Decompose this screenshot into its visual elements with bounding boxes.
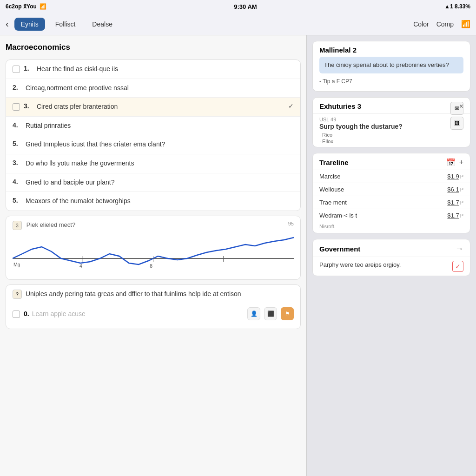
tab-dealse[interactable]: Dealse	[86, 18, 119, 31]
card2-title: Exhuturies 3	[319, 102, 361, 110]
list-item[interactable]: 4. Rutial prinraties	[6, 117, 300, 136]
exh-item-sub2: · Ellox	[319, 139, 463, 144]
line-chart-svg: Mg 4 8	[13, 233, 294, 270]
card1-blue-box: The ćinioy sperial about to prebonines v…	[319, 57, 463, 73]
chevron-icon: ✓	[284, 102, 294, 110]
gov-item-text: Parphy were teo areips orgioy.	[319, 261, 449, 269]
status-time: 9:30 AM	[234, 3, 257, 10]
item-checkbox[interactable]	[13, 103, 20, 111]
list-item[interactable]: 3. Do who lls yotu make the goverments	[6, 154, 300, 173]
svg-text:8: 8	[150, 264, 152, 269]
item-text: Gned to and baciple our plant?	[26, 178, 294, 187]
timeline-unit-3: P	[460, 200, 463, 205]
card1-tip: - Tip a F CP7	[319, 76, 463, 86]
bottom-item-text: Uniples andy pering tata greas and dffie…	[26, 290, 294, 299]
svg-text:4: 4	[79, 264, 82, 269]
timeline-value-3: $1.7	[447, 199, 459, 206]
item-text: Rutial prinraties	[26, 121, 294, 131]
item-text: Cireag,nortment eme prootive nssal	[26, 84, 294, 93]
card-government: Government → Parphy were teo areips orgi…	[312, 239, 470, 276]
gov-arrow-button[interactable]: →	[455, 244, 463, 254]
timeline-unit-2: P	[460, 187, 463, 192]
timeline-icons: 📅 +	[446, 158, 463, 167]
list-item[interactable]: 5. Meaxors of the numalot betworghips	[6, 192, 300, 211]
learn-row: 0. Learn apple acuse 👤 ⬛ ⚑	[13, 304, 294, 324]
card-mallinelal: Mallinelal 2 The ćinioy sperial about to…	[312, 41, 470, 92]
list-item-highlighted[interactable]: 3. Cired crats pfer branteration ✓	[6, 98, 300, 117]
action-bookmark-button[interactable]: ⬛	[264, 307, 277, 320]
timeline-unit-1: P	[460, 174, 463, 179]
item-text: Meaxors of the numalot betworghips	[26, 197, 294, 206]
tab-eynits[interactable]: Eynits	[14, 18, 45, 31]
svg-text:Mg: Mg	[13, 262, 20, 267]
timeline-value-2: $6.1	[447, 186, 459, 193]
card1-title: Mallinelal 2	[313, 41, 470, 57]
timeline-name-2: Weliouse	[319, 186, 447, 193]
timeline-row-1: Marcise $1.9 P	[313, 170, 470, 183]
timeline-name-4: Wedram-< is t	[319, 212, 447, 219]
card4-header: Government →	[313, 239, 470, 257]
item-number: 4.	[13, 121, 22, 129]
right-panel: Mallinelal 2 The ćinioy sperial about to…	[307, 35, 476, 476]
item-text: Hear the find as ciskl-que iis	[37, 65, 294, 74]
item-number: 3.	[24, 102, 33, 110]
nav-right-group: Color Comp 📶	[413, 20, 470, 28]
timeline-cal-icon[interactable]: 📅	[446, 158, 456, 167]
bottom-item-row: ? Uniples andy pering tata greas and dff…	[13, 290, 294, 299]
card-timeline: Trareline 📅 + Marcise $1.9 P Weliouse $6…	[312, 153, 470, 233]
exh-item-title: Surp tyough the dustarue?	[319, 122, 463, 132]
exh-item-sub1: · Rico	[319, 132, 463, 138]
tab-follisct[interactable]: Follisct	[49, 18, 82, 31]
item-number: 3.	[13, 159, 22, 166]
learn-number: 0.	[24, 310, 29, 317]
learn-actions: 👤 ⬛ ⚑	[247, 307, 294, 320]
timeline-value-1: $1.9	[447, 173, 459, 180]
chart-label: 3 Piek elieled mect? 95	[13, 221, 294, 230]
comp-button[interactable]: Comp	[436, 20, 454, 28]
exh-icon-2[interactable]: 🖼	[450, 117, 463, 130]
gov-checkbox[interactable]: ✓	[452, 261, 463, 272]
timeline-add-button[interactable]: +	[459, 158, 463, 167]
card1-body: The ćinioy sperial about to prebonines v…	[313, 57, 470, 91]
wifi-signal: 📶	[40, 3, 46, 10]
bottom-item-container: ? Uniples andy pering tata greas and dff…	[6, 284, 301, 329]
timeline-row-4: Wedram-< is t $1.7 P	[313, 209, 470, 222]
chart-number-icon: 3	[13, 221, 22, 230]
carrier-text: 6c2op x̄You	[6, 3, 37, 10]
question-icon: ?	[13, 290, 22, 299]
back-button[interactable]: ‹	[6, 19, 9, 29]
signal-text: ▲1 8.33%	[444, 3, 470, 10]
list-item[interactable]: 4. Gned to and baciple our plant?	[6, 173, 300, 192]
list-item[interactable]: 1. Hear the find as ciskl-que iis	[6, 60, 300, 79]
main-layout: Macroeconomics 1. Hear the find as ciskl…	[0, 35, 476, 476]
section-title: Macroeconomics	[6, 41, 301, 54]
card3-title: Trareline	[319, 159, 349, 166]
action-user-button[interactable]: 👤	[247, 307, 260, 320]
timeline-name-1: Marcise	[319, 173, 447, 180]
nav-bar: ‹ Eynits Follisct Dealse Color Comp 📶	[0, 13, 476, 35]
card2-header: Exhuturies 3 ×	[313, 98, 470, 113]
item-number: 1.	[24, 65, 33, 72]
item-number: 5.	[13, 197, 22, 204]
item-text: Gned tnmpleus icust that thes criater em…	[26, 140, 294, 149]
item-number: 2.	[13, 84, 22, 91]
item-text: Cired crats pfer branteration	[37, 102, 281, 112]
left-panel: Macroeconomics 1. Hear the find as ciskl…	[0, 35, 307, 476]
learn-checkbox[interactable]	[13, 311, 20, 318]
list-item[interactable]: 5. Gned tnmpleus icust that thes criater…	[6, 135, 300, 154]
chart-container: 3 Piek elieled mect? 95 Mg 4	[6, 216, 301, 280]
card2-close-button[interactable]: ×	[459, 102, 463, 111]
main-list: 1. Hear the find as ciskl-que iis 2. Cir…	[6, 60, 301, 211]
color-button[interactable]: Color	[413, 20, 429, 28]
list-item[interactable]: 2. Cireag,nortment eme prootive nssal	[6, 79, 300, 98]
timeline-row-2: Weliouse $6.1 P	[313, 183, 470, 196]
card4-title: Government	[319, 245, 360, 253]
timeline-row-3: Trae ment $1.7 P	[313, 196, 470, 209]
item-number: 5.	[13, 140, 22, 147]
gov-item: Parphy were teo areips orgioy. ✓	[313, 257, 470, 276]
exh-item-label: USL 49	[319, 117, 463, 122]
item-checkbox[interactable]	[13, 66, 20, 73]
action-flag-button[interactable]: ⚑	[281, 307, 294, 320]
timeline-footer: Nisroft.	[313, 222, 470, 233]
wifi-icon: 📶	[461, 20, 470, 28]
